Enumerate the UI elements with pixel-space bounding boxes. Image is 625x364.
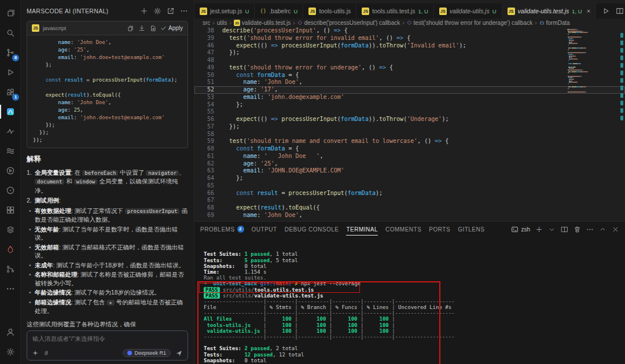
split-editor-button[interactable] [616, 7, 624, 15]
run-tests-action-button[interactable] [602, 7, 610, 15]
ai-code-line: expect(result).toEqual({ [33, 91, 182, 99]
close-panel-button[interactable] [612, 226, 619, 233]
run-debug-activity-icon[interactable] [0, 62, 21, 82]
panel-tab-ports[interactable]: PORTS [429, 222, 450, 237]
new-terminal-button[interactable] [535, 226, 543, 233]
panel-tab-gitlens[interactable]: GITLENS [458, 222, 484, 237]
editor-tab[interactable]: JStools-utils.js [303, 3, 356, 19]
breadcrumb-item[interactable]: utils [217, 20, 227, 26]
terminal-line: -------------------|---------|----------… [204, 299, 625, 304]
flame-extension-activity-icon[interactable] [0, 240, 21, 259]
terminal-line: File | % Stmts | % Branch | % Funcs | % … [204, 304, 625, 310]
editor-tab[interactable]: JSvalidate-utils.jsU [434, 3, 502, 19]
terminal-line: PASS src/utils/validate-utils.test.js [204, 293, 625, 299]
code-line: 55 [194, 108, 625, 116]
ai-code-line: age: 25, [33, 106, 182, 114]
modified-line-marker [620, 116, 623, 120]
explanation-list-item: 1.全局变量设置: 在 beforeEach 中设置了 navigator、do… [27, 168, 188, 195]
breadcrumb-item[interactable]: src [203, 20, 210, 26]
line-number: 39 [194, 35, 214, 42]
maximize-panel-button[interactable] [599, 226, 606, 233]
modified-line-marker [620, 71, 623, 75]
chat-placeholder: 输入消息或者"/"来选择指令 [32, 335, 182, 343]
terminal-dropdown-button[interactable] [548, 226, 556, 233]
insert-at-cursor-button[interactable] [138, 25, 145, 32]
breadcrumb-item[interactable]: formData [539, 20, 570, 26]
copy-code-button[interactable] [127, 25, 134, 32]
plus-icon [535, 226, 543, 233]
account-activity-icon[interactable] [0, 322, 21, 342]
settings-activity-icon[interactable] [0, 342, 21, 362]
code-line: 54 }; [194, 101, 625, 109]
run-tests-activity-icon[interactable] [0, 161, 21, 181]
ai-code-line [33, 84, 182, 91]
g-extension-activity-icon[interactable] [0, 181, 21, 200]
chat-input[interactable]: 输入消息或者"/"来选择指令 # Deepseek R1 [27, 330, 188, 361]
marscode-ai-panel: MARSCODE AI (INTERNAL) JS javascript App… [21, 0, 194, 364]
waves-extension-activity-icon[interactable] [0, 141, 21, 161]
editor-group: JSjest.setup.jsU{}.babelrcUJStools-utils… [194, 0, 625, 364]
source-control-activity-icon[interactable]: 8 [0, 43, 21, 62]
send-button[interactable] [175, 350, 183, 357]
terminal-output[interactable]: Test Suites: 1 passed, 1 totalTests: 5 p… [194, 237, 625, 364]
panel-tab-output[interactable]: OUTPUT [252, 222, 277, 237]
marscode-ai-activity-icon[interactable] [0, 102, 21, 122]
commands-icon[interactable] [32, 350, 39, 356]
editor-tab-actions [596, 3, 625, 19]
panel-more-actions-button[interactable] [586, 226, 594, 233]
apply-button[interactable]: Apply [160, 25, 183, 31]
breadcrumb-item[interactable]: test('should throw error for underage') … [407, 20, 533, 26]
breadcrumb-separator: › [293, 20, 295, 26]
explanation-blocks: 1.全局变量设置: 在 beforeEach 中设置了 navigator、do… [27, 168, 188, 328]
code-line: 65 [194, 182, 625, 190]
terminal-line [204, 340, 625, 345]
more-options-button[interactable] [180, 7, 188, 15]
open-in-editor-button[interactable] [167, 7, 175, 15]
create-file-button[interactable] [150, 25, 157, 32]
extensions-activity-icon[interactable]: 1 [0, 82, 21, 102]
split-terminal-button[interactable] [561, 226, 568, 233]
editor-tab[interactable]: JStools.utils.test.js1, U [356, 3, 434, 19]
layers-extension-activity-icon[interactable] [0, 220, 21, 240]
panel-tab-debug-console[interactable]: DEBUG CONSOLE [285, 222, 339, 237]
more-views-activity-icon[interactable] [0, 279, 21, 299]
shell-selector[interactable]: zsh [511, 226, 530, 233]
tab-close-icon[interactable]: × [587, 8, 590, 14]
code-line: 59 test('should trim name and convert em… [194, 138, 625, 145]
breadcrumb-separator: › [402, 20, 404, 26]
terminal-line: -------------------|---------|----------… [204, 310, 625, 316]
activity-monitor-activity-icon[interactable] [0, 122, 21, 141]
tab-git-badge: U [245, 8, 249, 14]
close-icon [612, 226, 619, 233]
js-file-icon: JS [362, 8, 369, 15]
editor-lines: 38describe('processUserInput', () => {39… [194, 27, 625, 219]
new-chat-button[interactable] [140, 7, 148, 15]
panel-tab-problems[interactable]: PROBLEMS2 [200, 222, 244, 237]
search-activity-icon[interactable] [0, 23, 21, 43]
js-file-icon: JS [439, 8, 447, 15]
editor-tab[interactable]: JSvalidate-utils.test.js1, U× [502, 3, 597, 19]
context-icon[interactable]: # [45, 350, 48, 356]
flame-icon [6, 245, 15, 254]
breadcrumb-item[interactable]: JSvalidate-utils.test.js [234, 20, 291, 26]
panel-tab-comments[interactable]: COMMENTS [385, 222, 421, 237]
explorer-activity-icon[interactable] [0, 3, 21, 23]
editor-tab[interactable]: {}.babelrcU [255, 3, 303, 19]
git-graph-activity-icon[interactable] [0, 259, 21, 279]
editor-tab-bar: JSjest.setup.jsU{}.babelrcUJStools-utils… [194, 3, 625, 19]
ai-explanation: 解释 1.全局变量设置: 在 beforeEach 中设置了 navigator… [27, 155, 188, 327]
ai-settings-button[interactable] [153, 7, 161, 15]
kill-terminal-button[interactable] [573, 226, 581, 233]
gear-icon [153, 7, 161, 15]
minimap[interactable] [567, 29, 616, 93]
editor-tab[interactable]: JSjest.setup.jsU [194, 3, 255, 19]
breadcrumb-item[interactable]: describe('processUserInput') callback [297, 20, 400, 26]
model-selector[interactable]: Deepseek R1 [123, 349, 171, 357]
apps-grid-activity-icon[interactable] [0, 200, 21, 220]
export-icon [167, 7, 175, 15]
code-editor[interactable]: 38describe('processUserInput', () => {39… [194, 27, 625, 221]
panel-tab-terminal[interactable]: TERMINAL [346, 222, 378, 237]
line-number: 56 [194, 116, 214, 123]
terminal-line: Test Suites: 1 passed, 1 total [204, 251, 625, 257]
javascript-icon: JS [32, 24, 39, 32]
